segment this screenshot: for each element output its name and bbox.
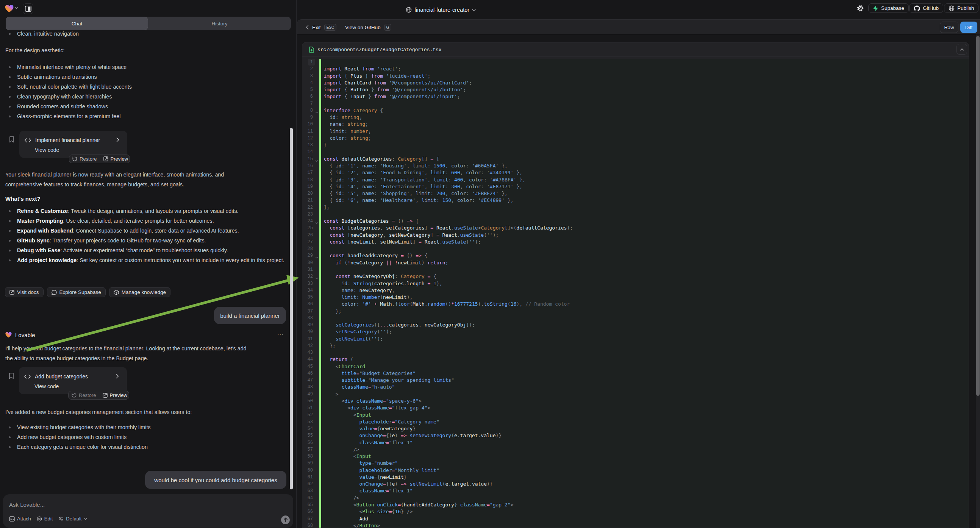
chevron-right-icon [116, 137, 119, 142]
esc-kbd: ESC [324, 24, 337, 31]
code-line: 2import React from 'react'; [302, 65, 969, 72]
code-scrollbar[interactable] [976, 36, 980, 396]
list-item: Minimalist interface with plenty of whit… [5, 62, 286, 72]
exit-button[interactable]: Exit ESC [306, 20, 336, 35]
collapse-file-button[interactable] [956, 44, 967, 54]
code-line: 51 <div className="flex gap-4"> [302, 404, 969, 411]
code-line: 1 [302, 59, 969, 65]
code-line: 35 limit: Number(newLimit), [302, 294, 969, 301]
bookmark-icon[interactable] [10, 136, 14, 143]
tab-history[interactable]: History [148, 17, 291, 30]
code-line: 67 Add [302, 515, 969, 522]
publish-globe-icon [948, 5, 955, 11]
user-message-1: build a financial planner [214, 307, 286, 324]
chat-input-actions: Attach Edit Default [9, 516, 87, 522]
bookmark-icon[interactable] [9, 373, 14, 379]
settings-gear-icon[interactable] [856, 3, 864, 13]
project-name: financial-future-creator [414, 7, 469, 13]
code-line: 54 value={newCategory} [302, 425, 969, 432]
list-item: Add project knowledge: Set key context o… [5, 255, 285, 265]
raw-toggle-button[interactable]: Raw [940, 22, 958, 33]
file-path: src/components/budget/BudgetCategories.t… [317, 43, 442, 57]
code-line: 33 id: String(categories.length + 1), [302, 280, 969, 287]
code-lines[interactable]: 12import React from 'react';3import { Pl… [302, 59, 969, 528]
code-line: 17 { id: '2', name: 'Food & Dining', lim… [302, 169, 969, 176]
code-line: 19 { id: '4', name: 'Entertainment', lim… [302, 183, 969, 190]
restore-button[interactable]: Restore [72, 156, 97, 162]
design-heading: For the design aesthetic: [5, 45, 65, 55]
chevron-left-icon [306, 25, 309, 30]
list-item: Rounded corners and subtle shadows [5, 102, 286, 111]
code-icon [25, 138, 31, 142]
chat-input-box[interactable]: Ask Lovable... Attach Edit [3, 494, 293, 528]
code-line: 60 placeholder="Monthly limit" [302, 467, 969, 474]
view-code-link[interactable]: View code [35, 146, 59, 154]
whats-next-heading: What's next? [5, 196, 41, 202]
code-line: 3import { Plus } from 'lucide-react'; [302, 73, 969, 80]
preview-button[interactable]: Preview [103, 393, 127, 398]
code-line: 63 className="flex-1" [302, 487, 969, 494]
send-arrow-icon [283, 517, 288, 522]
attach-button[interactable]: Attach [9, 516, 31, 522]
code-panel: Exit ESC View on GitHub G Raw Diff src/c… [297, 19, 980, 528]
view-code-link[interactable]: View code [35, 382, 59, 391]
code-line: 31 [302, 266, 969, 273]
code-line: 15const defaultCategories: Category[] = … [302, 156, 969, 162]
list-item: GitHub Sync: Transfer your project's cod… [5, 235, 285, 245]
code-line: 29 const handleAddCategory = () => { [302, 252, 969, 259]
version-card-add-budget-categories[interactable]: Add budget categories View code [19, 367, 127, 394]
send-button[interactable] [281, 515, 290, 524]
user-message-2: would be cool if you could add budget ca… [145, 471, 286, 489]
message-more-button[interactable]: ··· [277, 331, 284, 337]
visit-docs-button[interactable]: Visit docs [5, 287, 44, 297]
explore-supabase-button[interactable]: Explore Supabase [47, 287, 106, 297]
code-line: 38 [302, 315, 969, 321]
code-line: 41 setNewLimit(''); [302, 336, 969, 342]
code-line: 32 const newCategoryObj: Category = { [302, 273, 969, 280]
restore-button[interactable]: Restore [72, 393, 96, 398]
code-line: 14 [302, 148, 969, 155]
preview-button[interactable]: Preview [103, 156, 128, 162]
code-line: 8interface Category { [302, 107, 969, 114]
external-link-icon [10, 290, 14, 295]
code-icon [24, 375, 31, 379]
tab-chat[interactable]: Chat [6, 17, 148, 30]
list-item: Debug with Ease: Activate our experiment… [5, 245, 285, 255]
supabase-button[interactable]: Supabase [868, 3, 909, 13]
chat-scrollbar[interactable] [290, 128, 293, 489]
assistant-header: Lovable [5, 330, 286, 339]
code-line: 10 name: string; [302, 121, 969, 128]
mode-selector[interactable]: Default [58, 516, 87, 522]
view-on-github-link[interactable]: View on GitHub G [345, 20, 391, 35]
chat-input-placeholder: Ask Lovable... [9, 500, 45, 510]
list-item: Add new budget categories with custom li… [5, 432, 286, 442]
version-card-title: Add budget categories [35, 374, 88, 380]
diff-toggle-button[interactable]: Diff [960, 22, 977, 33]
version-card-title: Implement financial planner [35, 137, 100, 143]
supabase-icon [873, 5, 878, 11]
github-button[interactable]: GitHub [909, 3, 943, 13]
code-line: 16 { id: '1', name: 'Housing', limit: 15… [302, 162, 969, 169]
code-line: 50 <div className="space-y-6"> [302, 398, 969, 404]
code-line: 9 id: string; [302, 114, 969, 121]
manage-knowledge-button[interactable]: Manage knowledge [109, 287, 170, 297]
version-card-implement-financial-planner[interactable]: Implement financial planner View code [19, 131, 127, 158]
project-switcher[interactable]: financial-future-creator [406, 5, 476, 15]
edit-button[interactable]: Edit [37, 516, 52, 522]
file-header[interactable]: src/components/budget/BudgetCategories.t… [302, 43, 969, 57]
file-added-icon [309, 46, 314, 52]
restore-icon [72, 156, 77, 161]
code-line: 55 onChange={(e) => setNewCategory(e.tar… [302, 432, 969, 439]
code-line: 39 setCategories([...categories, newCate… [302, 321, 969, 328]
list-item: View existing budget categories with the… [5, 422, 286, 432]
next-steps-list: Refine & Customize: Tweak the design, an… [5, 206, 285, 265]
code-line: 20 { id: '5', name: 'Shopping', limit: 2… [302, 190, 969, 197]
assistant-paragraph-help: I'll help you add budget categories to t… [5, 344, 250, 363]
code-line: 61 value={newLimit} [302, 474, 969, 481]
code-line: 40 setNewCategory(''); [302, 328, 969, 335]
file-diff-card: src/components/budget/BudgetCategories.t… [302, 42, 969, 528]
code-line: 59 type="number" [302, 460, 969, 467]
list-item: Expand with Backend: Connect Supabase to… [5, 226, 285, 235]
publish-button[interactable]: Publish [944, 3, 978, 13]
code-line: 6import { Input } from '@/components/ui/… [302, 93, 969, 100]
